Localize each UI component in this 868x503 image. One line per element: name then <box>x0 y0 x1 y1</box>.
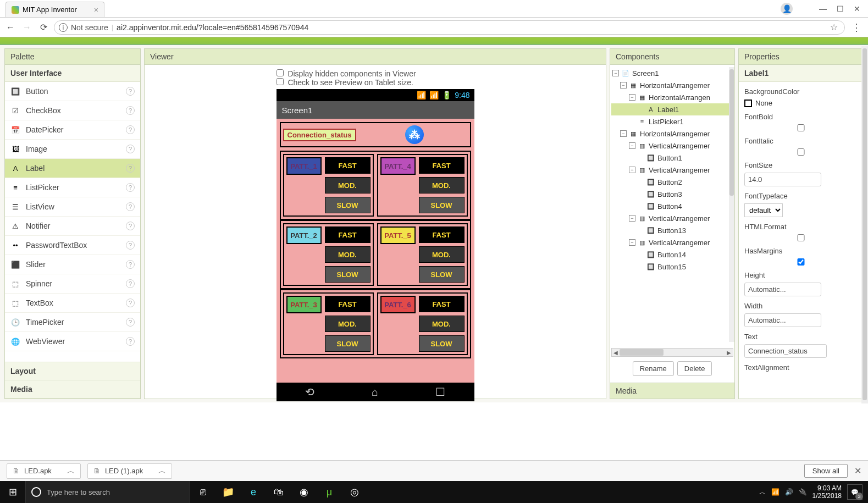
start-button[interactable]: ⊞ <box>0 481 25 503</box>
rename-button[interactable]: Rename <box>633 361 674 376</box>
tree-toggle-icon[interactable]: − <box>629 142 635 149</box>
prop-text-input[interactable] <box>744 344 827 358</box>
tree-toggle-icon[interactable]: − <box>629 167 635 173</box>
prop-bgcolor-value[interactable]: None <box>744 99 858 107</box>
pattern-button[interactable]: PATT._6 <box>380 296 416 313</box>
phone-back-icon[interactable]: ⟲ <box>305 385 314 399</box>
action-center-icon[interactable]: 💬3 <box>847 484 863 500</box>
help-icon[interactable]: ? <box>126 337 135 346</box>
pattern-button[interactable]: PATT._4 <box>380 157 416 175</box>
palette-item-spinner[interactable]: ⬚Spinner? <box>5 274 140 294</box>
chrome-icon[interactable]: ◉ <box>291 481 317 503</box>
hscroll-left-icon[interactable]: ◀ <box>612 349 620 356</box>
palette-category[interactable]: User Interface <box>5 65 140 82</box>
help-icon[interactable]: ? <box>126 164 135 173</box>
pattern-button[interactable]: PATT._1 <box>286 157 322 175</box>
connection-status-label[interactable]: Connection_status <box>283 129 356 141</box>
help-icon[interactable]: ? <box>126 145 135 153</box>
tree-item-button4[interactable]: 🔲Button4 <box>611 200 733 212</box>
help-icon[interactable]: ? <box>126 222 135 230</box>
tablet-preview-checkbox[interactable] <box>277 78 284 85</box>
tray-chevron-icon[interactable]: ︿ <box>759 488 766 497</box>
volume-icon[interactable]: 🔊 <box>785 488 793 496</box>
reload-button[interactable]: ⟳ <box>37 21 49 34</box>
window-minimize-button[interactable]: — <box>819 4 827 13</box>
downloads-close-icon[interactable]: ✕ <box>854 466 861 476</box>
palette-layout-category[interactable]: Layout <box>5 362 140 380</box>
components-vscroll[interactable] <box>729 67 734 342</box>
speed-button-fast[interactable]: FAST <box>419 296 465 312</box>
prop-htmlformat-checkbox[interactable] <box>744 234 858 241</box>
palette-item-label[interactable]: ALabel? <box>5 159 140 178</box>
browser-tab[interactable]: MIT App Inventor × <box>5 2 104 17</box>
prop-fontsize-input[interactable] <box>744 173 821 186</box>
pattern-button[interactable]: PATT._3 <box>286 296 322 313</box>
tree-toggle-icon[interactable]: − <box>629 215 635 222</box>
tab-close-icon[interactable]: × <box>94 5 98 14</box>
speed-button-slow[interactable]: SLOW <box>419 335 465 352</box>
speed-button-fast[interactable]: FAST <box>325 226 371 243</box>
help-icon[interactable]: ? <box>126 202 135 211</box>
speed-button-fast[interactable]: FAST <box>419 226 465 243</box>
tree-item-listpicker1[interactable]: ≡ListPicker1 <box>611 115 733 128</box>
prop-fonttypeface-select[interactable]: default <box>744 203 783 217</box>
viewer-hidden-check[interactable]: Display hidden components in Viewer <box>277 69 474 78</box>
palette-item-passwordtextbox[interactable]: ••PasswordTextBox? <box>5 236 140 255</box>
chevron-up-icon[interactable]: ︿ <box>67 466 75 476</box>
network-icon[interactable]: 📶 <box>771 488 779 496</box>
phone-screen[interactable]: Connection_status ⁂ PATT._1FASTMOD.SLOWP… <box>277 119 474 383</box>
power-icon[interactable]: 🔌 <box>799 488 807 496</box>
tree-item-horizontalarrangen[interactable]: −▦HorizontalArrangen <box>611 91 733 103</box>
tree-toggle-icon[interactable]: − <box>629 94 635 101</box>
tree-item-button2[interactable]: 🔲Button2 <box>611 176 733 188</box>
prop-fontbold-checkbox[interactable] <box>744 124 858 131</box>
tree-item-button15[interactable]: 🔲Button15 <box>611 261 733 273</box>
taskview-icon[interactable]: ⎚ <box>190 481 215 503</box>
tree-toggle-icon[interactable]: − <box>629 239 635 246</box>
hidden-components-checkbox[interactable] <box>277 69 284 76</box>
store-icon[interactable]: 🛍 <box>266 481 291 503</box>
address-bar[interactable]: i Not secure | ai2.appinventor.mit.edu/?… <box>54 20 845 35</box>
help-icon[interactable]: ? <box>126 106 135 115</box>
help-icon[interactable]: ? <box>126 260 135 269</box>
window-close-button[interactable]: ✕ <box>854 4 860 13</box>
tree-toggle-icon[interactable]: − <box>620 82 627 89</box>
speed-button-fast[interactable]: FAST <box>325 157 371 174</box>
bookmark-icon[interactable]: ☆ <box>830 22 840 32</box>
speed-button-mod[interactable]: MOD. <box>325 316 371 332</box>
pattern-button[interactable]: PATT._2 <box>286 226 322 244</box>
speed-button-fast[interactable]: FAST <box>325 296 371 312</box>
tree-item-verticalarrangemer[interactable]: −▥VerticalArrangemer <box>611 140 733 152</box>
tree-item-horizontalarrangemer[interactable]: −▦HorizontalArrangemer <box>611 79 733 91</box>
help-icon[interactable]: ? <box>126 125 135 134</box>
delete-button[interactable]: Delete <box>677 361 712 376</box>
speed-button-mod[interactable]: MOD. <box>419 177 465 194</box>
palette-item-datepicker[interactable]: 📅DatePicker? <box>5 120 140 140</box>
back-button[interactable]: ← <box>4 21 16 34</box>
palette-item-textbox[interactable]: ⬚TextBox? <box>5 294 140 313</box>
page-vscroll[interactable] <box>861 46 868 403</box>
palette-item-checkbox[interactable]: ☑CheckBox? <box>5 101 140 120</box>
help-icon[interactable]: ? <box>126 87 135 96</box>
tree-item-button1[interactable]: 🔲Button1 <box>611 152 733 164</box>
taskbar-search[interactable]: Type here to search <box>25 481 190 503</box>
edge-icon[interactable]: e <box>241 481 266 503</box>
help-icon[interactable]: ? <box>126 299 135 307</box>
tree-toggle-icon[interactable]: − <box>620 130 627 137</box>
speed-button-mod[interactable]: MOD. <box>419 246 465 263</box>
palette-media-category[interactable]: Media <box>5 380 140 399</box>
tree-item-button13[interactable]: 🔲Button13 <box>611 224 733 236</box>
tree-item-verticalarrangemer[interactable]: −▥VerticalArrangemer <box>611 164 733 176</box>
tree-item-horizontalarrangemer[interactable]: −▦HorizontalArrangemer <box>611 128 733 140</box>
speed-button-mod[interactable]: MOD. <box>325 246 371 263</box>
help-icon[interactable]: ? <box>126 241 135 250</box>
download-item-1[interactable]: 🗎 LED.apk ︿ <box>7 463 81 479</box>
speed-button-mod[interactable]: MOD. <box>325 177 371 194</box>
prop-height-input[interactable] <box>744 283 821 296</box>
speed-button-slow[interactable]: SLOW <box>325 197 371 213</box>
browser-menu-icon[interactable]: ⋮ <box>849 21 864 34</box>
help-icon[interactable]: ? <box>126 318 135 327</box>
media-panel-header[interactable]: Media <box>610 383 735 399</box>
viewer-tablet-check[interactable]: Check to see Preview on Tablet size. <box>277 78 474 87</box>
palette-item-slider[interactable]: ⬛Slider? <box>5 255 140 274</box>
